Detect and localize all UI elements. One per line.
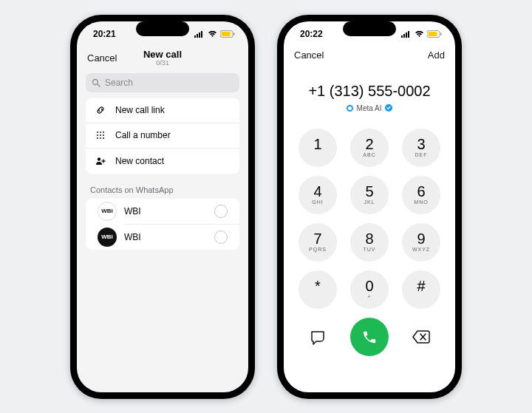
signal-icon (401, 30, 412, 38)
nav-subtitle: 0/31 (121, 60, 204, 67)
svg-rect-25 (440, 33, 441, 35)
avatar: WBI (98, 202, 117, 221)
caller-id-row: Meta AI (284, 104, 455, 112)
svg-rect-5 (222, 32, 231, 36)
svg-point-18 (98, 157, 100, 160)
key-0[interactable]: 0+ (350, 270, 389, 309)
dial-keypad: 12ABC3DEF4GHI5JKL6MNO7PQRS8TUV9WXYZ*0+# (284, 129, 455, 309)
search-input[interactable]: Search (86, 73, 239, 92)
svg-point-7 (93, 79, 98, 84)
phone-icon (361, 329, 378, 345)
call-button[interactable] (350, 318, 389, 356)
speech-bubble-icon (309, 328, 327, 346)
key-7[interactable]: 7PQRS (299, 223, 337, 262)
contact-radio[interactable] (214, 205, 228, 218)
key-letters: DEF (415, 152, 428, 158)
key-4[interactable]: 4GHI (299, 176, 337, 214)
nav-title: New call (121, 50, 204, 60)
new-call-link-label: New call link (115, 105, 165, 115)
key-number: 0 (365, 279, 373, 293)
contact-name: WBI (124, 206, 207, 216)
contact-row[interactable]: WBI WBI (86, 199, 239, 224)
key-number: # (417, 279, 425, 293)
avatar: WBI (98, 228, 117, 247)
key-number: 6 (417, 184, 425, 199)
dialpad-icon (95, 131, 106, 140)
dynamic-island (343, 21, 396, 36)
wifi-icon (208, 30, 217, 38)
key-1[interactable]: 1 (299, 129, 337, 167)
backspace-button[interactable] (402, 318, 440, 356)
call-number-label: Call a number (115, 130, 171, 140)
new-contact-label: New contact (115, 156, 164, 166)
dynamic-island (136, 21, 189, 36)
key-number: 4 (313, 184, 321, 199)
keypad-bottom-row (284, 318, 455, 356)
wifi-icon (415, 30, 424, 38)
key-letters: MNO (414, 199, 428, 205)
status-icons (401, 30, 442, 38)
key-2[interactable]: 2ABC (350, 129, 389, 167)
svg-line-8 (98, 84, 100, 86)
call-number-row[interactable]: Call a number (86, 123, 239, 149)
screen-right: 20:22 Cancel Add +1 (313) 555-0002 Meta … (284, 21, 455, 392)
svg-rect-20 (403, 34, 405, 38)
key-number: 5 (365, 184, 373, 199)
meta-ai-icon (347, 105, 353, 112)
nav-title-group: New call 0/31 (121, 50, 204, 67)
svg-rect-19 (401, 35, 403, 38)
key-number: 3 (417, 137, 425, 151)
search-icon (92, 78, 100, 87)
key-number: 9 (417, 231, 425, 246)
key-9[interactable]: 9WXYZ (402, 223, 440, 262)
message-button[interactable] (299, 318, 337, 356)
phone-right-frame: 20:22 Cancel Add +1 (313) 555-0002 Meta … (277, 15, 462, 399)
verified-badge-icon (385, 104, 392, 112)
svg-point-17 (103, 137, 104, 139)
key-number: * (315, 279, 321, 293)
signal-icon (194, 30, 205, 38)
svg-rect-22 (408, 31, 409, 38)
key-8[interactable]: 8TUV (350, 223, 389, 262)
new-contact-row[interactable]: New contact (86, 149, 239, 174)
status-time: 20:22 (300, 29, 323, 39)
svg-rect-21 (406, 33, 407, 38)
svg-point-16 (100, 137, 101, 139)
actions-card: New call link Call a number New contact (86, 98, 239, 174)
contact-name: WBI (124, 232, 207, 242)
add-button[interactable]: Add (411, 50, 445, 61)
cancel-button[interactable]: Cancel (294, 50, 328, 61)
svg-rect-24 (429, 32, 437, 36)
key-5[interactable]: 5JKL (350, 176, 389, 214)
svg-point-12 (97, 134, 98, 136)
key-#[interactable]: # (402, 270, 440, 309)
key-number: 8 (365, 231, 373, 246)
contact-row[interactable]: WBI WBI (86, 225, 239, 250)
key-letters: PQRS (309, 247, 327, 253)
person-add-icon (95, 156, 106, 166)
screen-left: 20:21 Cancel New call 0/31 Search (77, 21, 248, 392)
backspace-icon (412, 330, 431, 344)
key-letters: JKL (364, 199, 375, 205)
phone-left-frame: 20:21 Cancel New call 0/31 Search (70, 15, 255, 399)
new-call-link-row[interactable]: New call link (86, 98, 239, 123)
key-*[interactable]: * (299, 270, 337, 309)
svg-point-13 (100, 134, 101, 136)
key-letters: TUV (364, 247, 376, 253)
link-icon (95, 105, 106, 115)
svg-rect-2 (199, 33, 200, 38)
caller-id-label: Meta AI (357, 104, 382, 112)
key-3[interactable]: 3DEF (402, 129, 440, 167)
nav-right-spacer (204, 52, 238, 64)
nav-bar: Cancel New call 0/31 (77, 47, 248, 72)
key-6[interactable]: 6MNO (402, 176, 440, 214)
contacts-section-header: Contacts on WhatsApp (77, 181, 248, 197)
nav-bar: Cancel Add (284, 47, 455, 65)
contact-radio[interactable] (214, 231, 228, 244)
status-icons (194, 30, 235, 38)
key-number: 2 (365, 137, 373, 151)
svg-point-9 (97, 132, 98, 133)
svg-rect-0 (194, 35, 196, 38)
status-time: 20:21 (93, 29, 116, 39)
cancel-button[interactable]: Cancel (87, 52, 121, 64)
